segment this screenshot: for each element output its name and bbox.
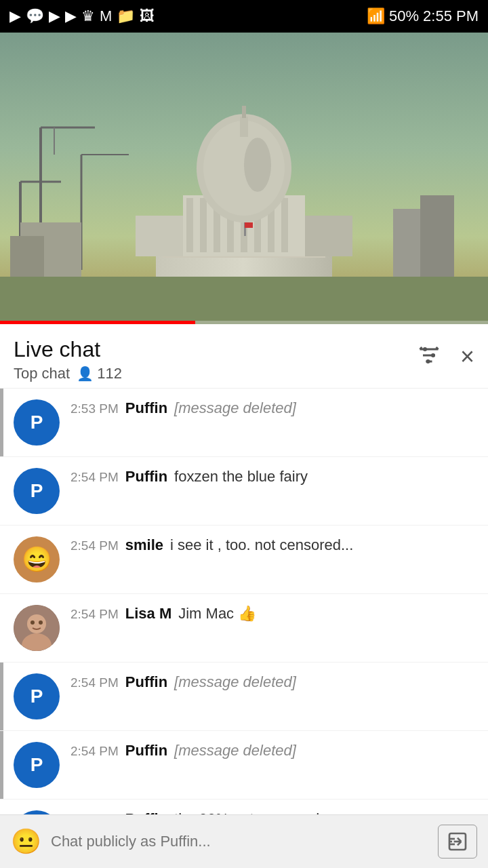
capitol-svg bbox=[0, 33, 488, 324]
message-text: foxzen the blue fairy bbox=[174, 468, 308, 486]
live-chat-container: Live chat Top chat 👤 112 bbox=[0, 324, 488, 868]
message-content: 2:54 PM Puffin [message deleted] bbox=[70, 742, 474, 760]
user-avatar: P bbox=[14, 399, 60, 446]
chat-message: 😄 2:54 PM smile i see it , too. not cens… bbox=[0, 526, 488, 594]
message-author: smile bbox=[125, 536, 163, 554]
svg-rect-33 bbox=[420, 195, 454, 277]
svg-rect-11 bbox=[156, 256, 332, 277]
user-avatar: 😄 bbox=[14, 536, 60, 583]
deleted-indicator bbox=[0, 389, 3, 456]
message-time: 2:54 PM bbox=[70, 607, 119, 622]
svg-line-38 bbox=[436, 347, 438, 349]
message-time: 2:54 PM bbox=[70, 675, 119, 690]
close-button[interactable]: × bbox=[460, 342, 474, 371]
chat-input[interactable] bbox=[51, 833, 428, 850]
chat-message: P 2:53 PM Puffin [message deleted] bbox=[0, 389, 488, 457]
video-player[interactable] bbox=[0, 33, 488, 324]
svg-rect-16 bbox=[186, 198, 193, 252]
message-author: Puffin bbox=[125, 399, 167, 417]
message-time: 2:54 PM bbox=[70, 470, 119, 485]
person-icon: 👤 bbox=[77, 366, 94, 382]
message-content: 2:54 PM Lisa M Jim Mac 👍 bbox=[70, 605, 474, 623]
live-chat-header: Live chat Top chat 👤 112 bbox=[0, 324, 488, 389]
message-meta: 2:54 PM Lisa M Jim Mac 👍 bbox=[70, 605, 474, 623]
message-text: [message deleted] bbox=[174, 673, 296, 691]
viewer-count-number: 112 bbox=[97, 365, 122, 382]
message-text: Jim Mac 👍 bbox=[178, 605, 256, 623]
live-chat-title: Live chat bbox=[14, 336, 122, 362]
video-progress-fill bbox=[0, 321, 195, 324]
message-content: 2:54 PM smile i see it , too. not censor… bbox=[70, 536, 474, 554]
svg-rect-1 bbox=[0, 277, 488, 324]
svg-point-41 bbox=[426, 359, 430, 363]
user-avatar bbox=[14, 605, 60, 651]
deleted-indicator bbox=[0, 663, 3, 730]
status-icons-left: ▶ 💬 ▶ ▶ ♛ M 📁 🖼 bbox=[9, 7, 155, 25]
image-icon: 🖼 bbox=[140, 7, 155, 25]
svg-rect-17 bbox=[200, 198, 207, 252]
message-text: [message deleted] bbox=[174, 742, 296, 760]
svg-rect-29 bbox=[242, 106, 246, 118]
battery-text: 50% bbox=[389, 7, 419, 25]
crown-icon: ♛ bbox=[81, 7, 95, 25]
header-actions: × bbox=[414, 336, 474, 372]
message-time: 2:54 PM bbox=[70, 538, 119, 553]
user-avatar: P bbox=[14, 468, 60, 514]
message-meta: 2:54 PM Puffin [message deleted] bbox=[70, 673, 474, 691]
svg-rect-31 bbox=[245, 222, 253, 228]
svg-point-46 bbox=[39, 620, 43, 625]
message-author: Puffin bbox=[125, 742, 167, 760]
yt-icon1: ▶ bbox=[9, 7, 21, 25]
svg-rect-28 bbox=[240, 117, 248, 137]
svg-point-27 bbox=[244, 138, 271, 192]
yt-icon2: ▶ bbox=[49, 7, 60, 25]
filter-button[interactable] bbox=[414, 340, 444, 372]
chat-message: P 2:54 PM Puffin [message deleted] bbox=[0, 731, 488, 800]
mastodon-icon: M bbox=[100, 7, 112, 25]
message-text: i see it , too. not censored... bbox=[170, 536, 353, 554]
message-author: Puffin bbox=[125, 673, 167, 691]
top-chat-label: Top chat bbox=[14, 365, 70, 382]
message-time: 2:53 PM bbox=[70, 401, 119, 416]
status-icons-right: 📶 50% 2:55 PM bbox=[367, 7, 479, 25]
message-author: Lisa M bbox=[125, 605, 171, 623]
time-display: 2:55 PM bbox=[423, 7, 479, 25]
chat-icon: 💬 bbox=[26, 7, 44, 25]
send-icon bbox=[447, 831, 468, 852]
message-meta: 2:54 PM Puffin foxzen the blue fairy bbox=[70, 468, 474, 486]
video-progress-bar[interactable] bbox=[0, 321, 488, 324]
svg-point-43 bbox=[27, 614, 46, 633]
svg-point-40 bbox=[431, 353, 435, 357]
chat-messages-list: P 2:53 PM Puffin [message deleted] P 2:5… bbox=[0, 389, 488, 868]
svg-point-39 bbox=[423, 347, 427, 351]
message-content: 2:54 PM Puffin foxzen the blue fairy bbox=[70, 468, 474, 486]
message-meta: 2:53 PM Puffin [message deleted] bbox=[70, 399, 474, 417]
yt-icon3: ▶ bbox=[65, 7, 77, 25]
message-content: 2:53 PM Puffin [message deleted] bbox=[70, 399, 474, 417]
message-time: 2:54 PM bbox=[70, 744, 119, 759]
message-text: [message deleted] bbox=[174, 399, 296, 417]
svg-rect-10 bbox=[10, 236, 44, 277]
viewer-count: 👤 112 bbox=[77, 365, 122, 382]
send-button[interactable] bbox=[438, 825, 477, 859]
chat-message: 2:54 PM Lisa M Jim Mac 👍 bbox=[0, 594, 488, 663]
user-avatar: P bbox=[14, 673, 60, 719]
message-content: 2:54 PM Puffin [message deleted] bbox=[70, 673, 474, 691]
filter-icon bbox=[417, 343, 441, 368]
deleted-indicator bbox=[0, 731, 3, 799]
status-bar: ▶ 💬 ▶ ▶ ♛ M 📁 🖼 📶 50% 2:55 PM bbox=[0, 0, 488, 33]
message-meta: 2:54 PM Puffin [message deleted] bbox=[70, 742, 474, 760]
message-meta: 2:54 PM smile i see it , too. not censor… bbox=[70, 536, 474, 554]
top-chat-row: Top chat 👤 112 bbox=[14, 365, 122, 382]
message-author: Puffin bbox=[125, 468, 167, 486]
svg-rect-23 bbox=[281, 198, 288, 252]
emoji-button[interactable]: 😐 bbox=[11, 827, 41, 856]
svg-point-45 bbox=[30, 620, 35, 625]
folder-icon: 📁 bbox=[117, 7, 135, 25]
chat-message: P 2:54 PM Puffin foxzen the blue fairy bbox=[0, 457, 488, 526]
chat-input-area: 😐 bbox=[0, 814, 488, 868]
live-chat-title-area: Live chat Top chat 👤 112 bbox=[14, 336, 122, 382]
user-avatar: P bbox=[14, 742, 60, 788]
chat-message: P 2:54 PM Puffin [message deleted] bbox=[0, 663, 488, 731]
wifi-icon: 📶 bbox=[367, 7, 385, 25]
